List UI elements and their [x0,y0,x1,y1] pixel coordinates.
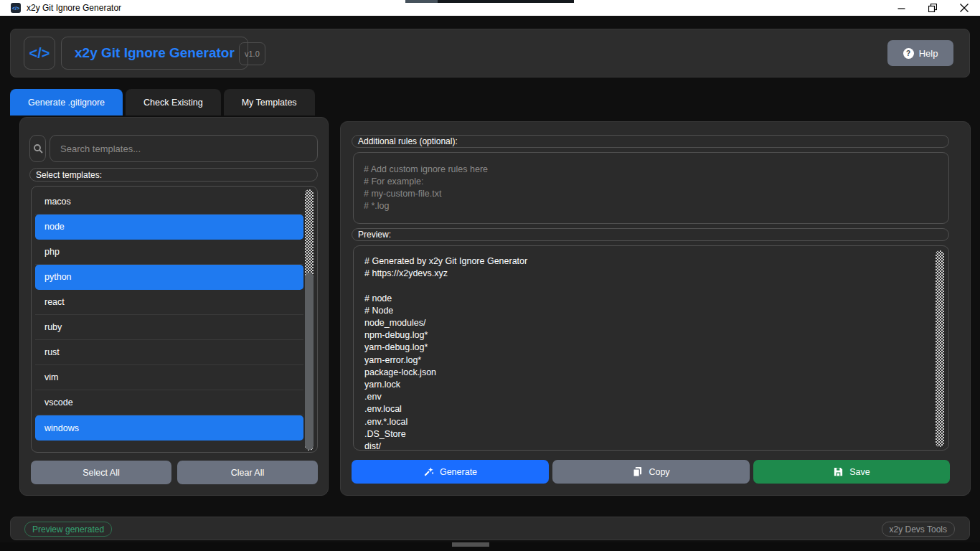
copy-label: Copy [649,467,669,477]
template-rows: macos node php python react ruby rust vi… [35,189,303,441]
app-title-box: x2y Git Ignore Generator [61,37,248,70]
template-label: php [44,247,60,257]
save-button[interactable]: Save [753,460,950,484]
version-label: v1.0 [245,50,260,58]
templates-panel: Select templates: macos node php python … [19,117,329,496]
restore-button[interactable] [917,0,948,16]
status-badge: Preview generated [24,522,112,537]
additional-rules-text: Additional rules (optional): [358,136,458,146]
taskbar-segment [452,542,489,547]
clear-all-button[interactable]: Clear All [177,461,318,484]
template-label: ruby [44,322,62,332]
app-icon: </> [11,3,21,13]
template-label: vim [44,372,58,382]
template-item-rust[interactable]: rust [35,340,303,365]
help-label: Help [919,48,938,59]
additional-rules-input[interactable] [353,152,949,224]
app-logo: </> [24,37,55,70]
question-icon: ? [903,48,914,59]
search-icon-box [29,135,46,162]
brand-badge: x2y Devs Tools [882,522,955,537]
select-all-label: Select All [83,468,119,478]
template-item-python[interactable]: python [35,265,303,290]
template-label: python [44,272,72,282]
tab-label: Generate .gitignore [28,98,105,108]
status-text: Preview generated [32,524,104,534]
output-panel: Additional rules (optional): Preview: # … [340,121,971,496]
template-list: macos node php python react ruby rust vi… [31,186,318,453]
template-item-react[interactable]: react [35,290,303,315]
generate-label: Generate [440,467,477,477]
preview-box[interactable]: # Generated by x2y Git Ignore Generator … [353,245,949,451]
template-item-vscode[interactable]: vscode [35,390,303,415]
generate-button[interactable]: Generate [352,460,549,484]
taskbar-edge [0,542,980,551]
tab-check-existing[interactable]: Check Existing [126,89,221,116]
template-label: macos [44,197,71,207]
template-item-macos[interactable]: macos [35,189,303,215]
app-window: </> x2y Git Ignore Generator v1.0 ? Help… [0,16,980,542]
select-templates-label: Select templates: [29,168,318,182]
scrollbar-thumb[interactable] [936,250,944,286]
background-window-edge-accent [405,0,438,3]
preview-label-text: Preview: [358,230,391,240]
copy-icon [632,466,643,477]
save-icon [833,466,844,477]
copy-button[interactable]: Copy [552,460,750,484]
status-bar: Preview generated x2y Devs Tools [10,517,970,540]
select-all-button[interactable]: Select All [31,461,171,484]
brand-text: x2y Devs Tools [890,524,947,534]
template-item-windows[interactable]: windows [35,415,303,441]
template-label: rust [44,347,60,357]
minimize-icon [897,4,905,12]
app-title: x2y Git Ignore Generator [75,45,235,61]
magic-wand-icon [423,466,434,477]
version-badge: v1.0 [239,42,265,65]
template-item-vim[interactable]: vim [35,365,303,390]
restore-icon [928,4,937,12]
template-label: node [44,222,65,232]
preview-content: # Generated by x2y Git Ignore Generator … [364,255,927,450]
scrollbar-thumb[interactable] [305,273,314,450]
preview-label: Preview: [352,228,949,241]
template-item-ruby[interactable]: ruby [35,315,303,340]
template-list-scrollbar[interactable] [305,189,314,451]
save-label: Save [849,467,870,477]
app-header: </> x2y Git Ignore Generator v1.0 ? Help [10,29,970,77]
tab-label: My Templates [242,98,297,108]
code-icon: </> [29,45,50,62]
additional-rules-label: Additional rules (optional): [352,135,949,148]
tab-my-templates[interactable]: My Templates [224,89,315,116]
clear-all-label: Clear All [231,468,265,478]
search-input[interactable] [50,135,318,162]
template-item-php[interactable]: php [35,240,303,265]
template-label: windows [44,423,79,433]
window-title: x2y Git Ignore Generator [27,3,121,13]
template-label: react [44,297,65,307]
tab-label: Check Existing [143,98,203,108]
tab-bar: Generate .gitignore Check Existing My Te… [10,89,315,116]
help-button[interactable]: ? Help [887,40,953,66]
tab-generate-gitignore[interactable]: Generate .gitignore [10,89,123,116]
close-button[interactable] [948,0,980,16]
minimize-button[interactable] [885,0,917,16]
preview-scrollbar[interactable] [936,250,944,447]
select-templates-text: Select templates: [36,170,102,180]
template-label: vscode [44,397,73,408]
search-icon [33,143,43,154]
template-item-node[interactable]: node [35,215,303,240]
close-icon [960,4,969,12]
